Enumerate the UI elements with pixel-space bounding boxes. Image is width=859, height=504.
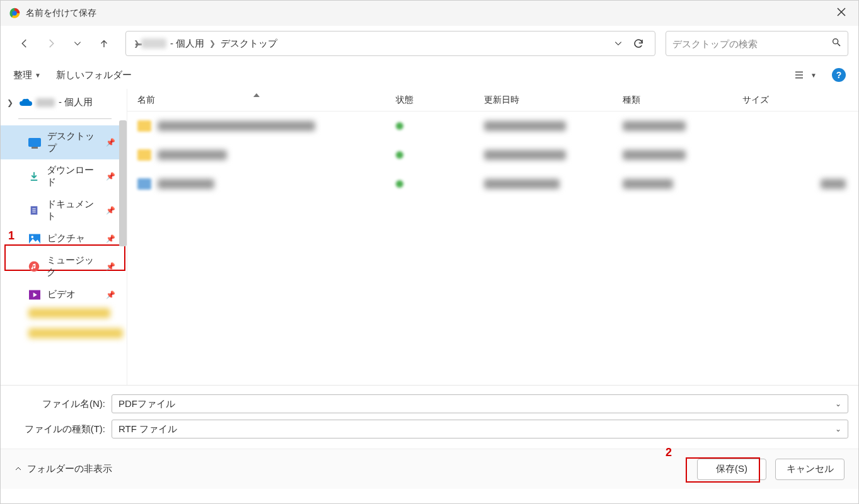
- new-folder-button[interactable]: 新しいフォルダー: [56, 69, 132, 81]
- video-icon: [28, 289, 41, 301]
- view-options-button[interactable]: ▼: [793, 70, 817, 80]
- status-synced-icon: [396, 151, 403, 159]
- titlebar: 名前を付けて保存: [1, 1, 858, 26]
- column-type[interactable]: 種類: [613, 94, 732, 106]
- search-icon[interactable]: [831, 37, 841, 50]
- chevron-right-icon: ❯: [208, 39, 217, 48]
- file-icon: [137, 178, 151, 190]
- recent-button[interactable]: [66, 32, 89, 55]
- column-header-row: 名前 状態 更新日時 種類 サイズ: [127, 89, 858, 112]
- sidebar-videos-label: ビデオ: [47, 289, 76, 301]
- address-bar[interactable]: ❯ - 個人用 ❯ デスクトップ: [125, 31, 655, 56]
- file-pane: 名前 状態 更新日時 種類 サイズ: [127, 89, 858, 385]
- pictures-icon: [28, 233, 41, 244]
- file-row[interactable]: [127, 140, 858, 169]
- onedrive-user-blurred: [36, 98, 55, 107]
- pin-icon[interactable]: 📌: [106, 290, 115, 299]
- organize-label: 整理: [13, 69, 32, 81]
- footer: フォルダーの非表示 2 保存(S) キャンセル: [1, 449, 858, 489]
- pin-icon[interactable]: 📌: [106, 138, 115, 147]
- pin-icon[interactable]: 📌: [106, 234, 115, 243]
- sidebar-documents-label: ドキュメント: [47, 198, 100, 222]
- desktop-icon: [28, 137, 41, 148]
- toolbar: 整理▼ 新しいフォルダー ▼ ?: [1, 61, 858, 89]
- folder-icon: [137, 149, 151, 161]
- pin-icon[interactable]: 📌: [106, 172, 115, 181]
- new-folder-label: 新しいフォルダー: [56, 69, 132, 81]
- filetype-label: ファイルの種類(T):: [11, 423, 112, 435]
- document-icon: [28, 205, 40, 216]
- svg-point-15: [31, 236, 33, 238]
- sidebar: ❯ - 個人用 デスクトップ 📌 ダウンロード 📌 ドキュメント 📌 ピクチャ …: [1, 89, 127, 385]
- close-icon[interactable]: [832, 5, 851, 21]
- svg-line-5: [838, 43, 840, 46]
- cancel-button[interactable]: キャンセル: [775, 459, 845, 480]
- forward-button[interactable]: [40, 32, 62, 55]
- sidebar-item-music[interactable]: ミュージック 📌: [1, 249, 127, 284]
- cloud-icon: [20, 98, 32, 108]
- filetype-row: ファイルの種類(T): RTF ファイル ⌄: [11, 420, 848, 438]
- column-size[interactable]: サイズ: [732, 94, 858, 106]
- sidebar-pictures-label: ピクチャ: [47, 232, 85, 244]
- filetype-combobox[interactable]: RTF ファイル ⌄: [112, 420, 848, 438]
- caret-down-icon: ▼: [35, 72, 41, 79]
- pin-icon[interactable]: 📌: [106, 206, 115, 215]
- filename-label: ファイル名(N):: [11, 398, 112, 410]
- sidebar-desktop-label: デスクトップ: [47, 130, 100, 154]
- status-synced-icon: [396, 180, 403, 188]
- back-button[interactable]: [13, 32, 36, 55]
- annotation-2: 2: [666, 446, 672, 459]
- scrollbar[interactable]: [119, 120, 127, 246]
- file-row[interactable]: [127, 169, 858, 198]
- svg-point-4: [833, 39, 838, 44]
- sidebar-music-label: ミュージック: [47, 255, 100, 278]
- chevron-down-icon[interactable]: ⌄: [835, 425, 841, 433]
- breadcrumb-user-blurred: [141, 38, 166, 49]
- sidebar-downloads-label: ダウンロード: [47, 164, 100, 188]
- svg-point-16: [29, 261, 40, 272]
- sidebar-item-documents[interactable]: ドキュメント 📌: [1, 193, 127, 227]
- file-row[interactable]: [127, 112, 858, 140]
- download-icon: [28, 171, 40, 182]
- sidebar-item-downloads[interactable]: ダウンロード 📌: [1, 159, 127, 193]
- sidebar-item-blurred[interactable]: [28, 328, 117, 346]
- sidebar-onedrive-label: - 個人用: [59, 96, 93, 108]
- filetype-value: RTF ファイル: [118, 423, 835, 435]
- breadcrumb-personal[interactable]: - 個人用: [166, 38, 208, 50]
- address-dropdown-button[interactable]: [608, 33, 628, 54]
- filename-combobox[interactable]: PDFファイル ⌄: [112, 394, 848, 413]
- breadcrumb-desktop[interactable]: デスクトップ: [217, 38, 281, 50]
- up-button[interactable]: [93, 32, 115, 55]
- filename-value: PDFファイル: [118, 398, 835, 410]
- refresh-button[interactable]: [628, 33, 649, 54]
- hide-folders-button[interactable]: フォルダーの非表示: [14, 463, 112, 475]
- help-button[interactable]: ?: [832, 68, 846, 82]
- search-box[interactable]: [666, 31, 848, 56]
- pin-icon[interactable]: 📌: [106, 262, 115, 271]
- body-area: 1 ❯ - 個人用 デスクトップ 📌 ダウンロード 📌 ドキュメント 📌 ピク: [1, 89, 858, 385]
- window-title: 名前を付けて保存: [26, 8, 96, 19]
- status-synced-icon: [396, 122, 403, 130]
- folder-icon: [137, 120, 151, 132]
- column-state[interactable]: 状態: [386, 94, 474, 106]
- chevron-down-icon[interactable]: ⌄: [835, 399, 841, 408]
- bottom-fields: ファイル名(N): PDFファイル ⌄ ファイルの種類(T): RTF ファイル…: [1, 385, 858, 449]
- sidebar-item-desktop[interactable]: デスクトップ 📌: [1, 125, 127, 159]
- save-button[interactable]: 保存(S): [697, 459, 766, 480]
- sidebar-item-pictures[interactable]: ピクチャ 📌: [1, 227, 127, 249]
- search-input[interactable]: [672, 38, 831, 49]
- column-name[interactable]: 名前: [127, 94, 386, 106]
- sidebar-item-blurred[interactable]: [28, 308, 117, 326]
- svg-point-1: [12, 11, 17, 16]
- sidebar-item-videos[interactable]: ビデオ 📌: [1, 284, 127, 306]
- save-label: 保存(S): [716, 463, 747, 475]
- music-icon: [28, 261, 40, 272]
- caret-down-icon: ▼: [810, 72, 817, 79]
- organize-button[interactable]: 整理▼: [13, 69, 41, 81]
- sidebar-item-onedrive[interactable]: ❯ - 個人用: [1, 93, 127, 112]
- chevron-right-icon[interactable]: ❯: [7, 98, 16, 107]
- app-icon: [8, 7, 21, 20]
- hide-folders-label: フォルダーの非表示: [27, 463, 112, 475]
- filename-row: ファイル名(N): PDFファイル ⌄: [11, 394, 848, 413]
- column-date[interactable]: 更新日時: [474, 94, 613, 106]
